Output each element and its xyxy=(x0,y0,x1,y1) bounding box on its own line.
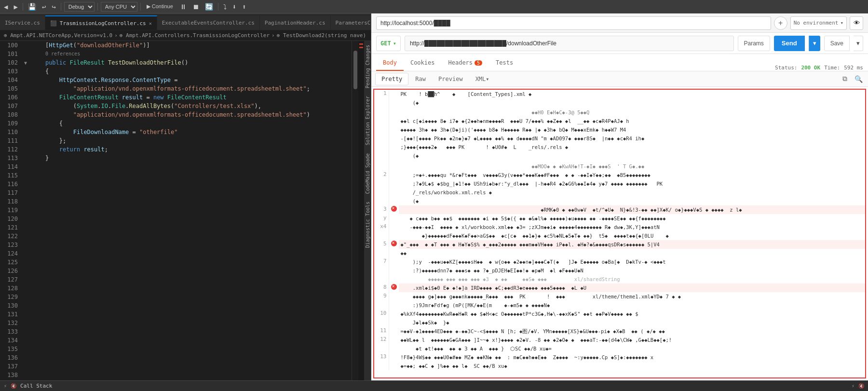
pm-time-value: 592 ms xyxy=(844,65,863,71)
pm-search-button[interactable]: 🔍 xyxy=(853,73,864,85)
toolbar-icon-step-out[interactable]: ⬆ xyxy=(240,2,248,12)
pm-tab-body-label: Body xyxy=(383,59,397,66)
pm-fmt-xml[interactable]: XML ▾ xyxy=(470,73,495,85)
continue-button[interactable]: ▶ Continue xyxy=(144,2,176,11)
pm-tab-headers[interactable]: Headers 5 xyxy=(441,55,489,71)
side-label-solution[interactable]: Solution Explorer xyxy=(364,92,371,149)
fold-icon-102[interactable]: ▼ xyxy=(24,60,27,66)
toolbar-icon-undo[interactable]: ↩ xyxy=(40,2,48,12)
pm-tab-headers-label: Headers xyxy=(448,59,473,66)
pm-eye-button[interactable]: 👁 xyxy=(850,16,863,30)
toolbar-icon-stop[interactable]: ⏹ xyxy=(190,2,201,12)
table-row: ◆t ◆t!◆◆◆ ◆◆ ◆ 3 ◆◆ A ◆◆◆ } ⬡SC ◆◆/B xu◆… xyxy=(374,344,865,353)
side-label-diagnostic[interactable]: Diagnostic Tools xyxy=(364,198,371,252)
pm-fmt-pretty[interactable]: Pretty xyxy=(375,73,408,85)
call-stack-label[interactable]: Call Stack xyxy=(20,383,52,389)
pm-env-chevron-icon: ▾ xyxy=(840,20,843,26)
table-row: 10 ◆%kXf4◆◆◆◆◆◆◆◆KwR◆◆H◆R ◆◆ $◆H<◆c O◆◆◆… xyxy=(374,310,865,318)
top-toolbar: ◀ ▶ 💾 ↩ ↪ Debug Any CPU ▶ Continue ⏸ ⏹ 🔄… xyxy=(0,0,868,13)
toolbar-icon-back[interactable]: ◀ xyxy=(2,2,10,12)
cpu-select[interactable]: Any CPU xyxy=(101,2,137,12)
pm-method-select[interactable]: GET ▾ xyxy=(376,36,401,51)
tab-label-parameters: ParametersController.cs xyxy=(336,20,371,26)
pm-save-button[interactable]: Save xyxy=(824,36,850,51)
pm-tab-cookies[interactable]: Cookies xyxy=(404,55,442,71)
table-row: 2 ;=◆+.◆◆◆◆qu *&r◆Ft◆◆◆ v◆◆◆◆G3y(v◆◆◆*◆◆… xyxy=(374,171,865,179)
breadcrumb-part2[interactable]: ⊕ Ampt.API.Controllers.TrasmissionLogCon… xyxy=(120,32,270,39)
tab-label-executable: ExecutableEventsController.cs xyxy=(162,20,255,26)
tab-icon-trasmission: ⬛ xyxy=(50,20,57,27)
toolbar-icon-restart[interactable]: 🔄 xyxy=(203,2,215,12)
tab-bar: IService.cs ⬛ TrasmissionLogController.c… xyxy=(0,13,371,30)
breadcrumb-part1[interactable]: ⊕ Ampt.API.NETCoreApp,Version=v1.0 xyxy=(4,32,112,39)
tab-pagination[interactable]: PaginationHeader.cs xyxy=(260,15,331,30)
tab-parameters[interactable]: ParametersController.cs xyxy=(331,15,371,30)
toolbar-icon-step-over[interactable]: ⤵ xyxy=(221,2,229,12)
pm-send-button[interactable]: Send xyxy=(774,36,805,51)
table-row: 5 ◆"_◆◆◆ ◆ ◆T ◆◆◆ ◆ H◆Y◆S$% ◆_◆◆◆2◆◆◆◆◆ … xyxy=(374,240,865,249)
table-row: x4 -◆◆◆-◆◆I ◆◆◆◆ ◆ xl/workbook.xml◆◆ ◆3=… xyxy=(374,223,865,231)
tab-trasmission[interactable]: ⬛ TrasmissionLogController.cs ✕ xyxy=(45,15,157,30)
pm-tab-tests[interactable]: Tests xyxy=(489,55,520,71)
pm-params-button[interactable]: Params xyxy=(738,36,770,51)
table-row: ◆◆ xyxy=(374,249,865,257)
table-row: ◆◆H0 E◆H◆C◆-3@ 5◆◆Q xyxy=(374,108,865,117)
pm-tab-body[interactable]: Body xyxy=(376,55,404,71)
toolbar-separator-4 xyxy=(140,3,141,11)
tab-iservice[interactable]: IService.cs xyxy=(0,15,45,30)
side-label-pending[interactable]: Pending Changes xyxy=(364,41,371,92)
breadcrumb-part3[interactable]: ⊕ TestDownload2(string nave) xyxy=(277,32,366,39)
bottom-icon-1: ⚡ xyxy=(4,383,7,389)
error-dot-8 xyxy=(391,284,397,290)
pm-format-toolbar-right: ⧉ 🔍 xyxy=(839,73,864,85)
pm-header: + No environment ▾ 👁 xyxy=(371,13,868,33)
toolbar-icon-save[interactable]: 💾 xyxy=(26,2,38,12)
toolbar-icon-step-in[interactable]: ⬇ xyxy=(231,2,238,12)
table-row: 13 !F8◆}4W$◆◆ ◆◆◆U0◆#◆◆ MZ◆ ◆◆KN◆ ◆◆ : m… xyxy=(374,353,865,362)
tab-label-pagination: PaginationHeader.cs xyxy=(265,20,326,26)
scrollbar-thumb[interactable] xyxy=(353,51,357,89)
breadcrumb-sep1: › xyxy=(114,32,118,39)
vertical-scrollbar[interactable] xyxy=(352,41,358,380)
pm-url-input[interactable] xyxy=(377,20,771,27)
table-row: (◆ xyxy=(374,197,865,205)
pm-fmt-xml-chevron-icon: ▾ xyxy=(486,76,489,82)
code-line-101-ref: 0 references xyxy=(29,50,352,58)
pm-save-dropdown-button[interactable]: ▾ xyxy=(854,36,863,51)
pm-response-area[interactable]: 1 PK ! b██h^ ◆ [Content_Types].xml ◆ (◆ xyxy=(371,87,868,380)
code-line-100: [HttpGet("downloadOtherFile")] xyxy=(29,41,352,50)
error-dot-3 xyxy=(391,206,397,212)
code-line-105: "application/vnd.openxmlformats-officedo… xyxy=(29,84,352,93)
tab-label-iservice: IService.cs xyxy=(5,20,40,26)
pm-env-select[interactable]: No environment ▾ xyxy=(790,16,847,30)
pm-copy-button[interactable]: ⧉ xyxy=(839,73,851,85)
toolbar-icon-fwd[interactable]: ▶ xyxy=(12,2,19,12)
code-line-108: "application/vnd.openxmlformats-officedo… xyxy=(29,110,352,119)
pm-request-url-input[interactable] xyxy=(405,36,734,51)
table-row: 7 );y -◆◆◆u◆◆KZ[◆◆◆◆sH◆◆ ◆ w{o◆◆ ◆2◆◆n◆]… xyxy=(374,257,865,266)
side-label-codemaid[interactable]: CodeMaid Spade xyxy=(364,149,371,198)
resp-line-num-blank xyxy=(374,98,389,107)
eye-icon: 👁 xyxy=(854,19,860,27)
table-row: 9 ◆◆◆◆ g◆]◆◆◆ g◆◆◆nk◆◆◆◆◆_R◆◆◆ ◆◆◆ PK ! … xyxy=(374,292,865,301)
code-content[interactable]: [HttpGet("downloadOtherFile")] 0 referen… xyxy=(29,41,352,380)
pm-fmt-raw[interactable]: Raw xyxy=(409,73,432,85)
code-line-102: public FileResult TestDownloadOtherFile(… xyxy=(29,58,352,67)
pm-add-tab-button[interactable]: + xyxy=(774,16,787,30)
table-row: 12 ◆◆WL◆◆ l ◆◆◆◆◆◆G◆GA◆◆◆ ]I~~◆ x!}◆◆◆◆ … xyxy=(374,336,865,344)
pm-tab-cookies-label: Cookies xyxy=(410,59,435,66)
debug-select[interactable]: Debug xyxy=(64,2,95,12)
resp-error-1 xyxy=(389,90,399,98)
pm-fmt-preview[interactable]: Preview xyxy=(433,73,469,85)
toolbar-icon-redo[interactable]: ↪ xyxy=(50,2,57,12)
pm-time-label: Time: xyxy=(824,65,840,71)
pm-env-label: No environment xyxy=(794,20,839,26)
toolbar-separator-1 xyxy=(23,3,23,11)
tab-executable[interactable]: ExecutableEventsController.cs xyxy=(157,15,260,30)
table-row: :?)◆◆◆◆◆dnn7◆ ◆◆◆s◆ ◆◆ ?◆_pDJEH◆EI◆◆!◆ ◆… xyxy=(374,266,865,275)
tab-close-trasmission[interactable]: ✕ xyxy=(149,21,152,26)
table-row: ◆}◆◆◆◆◆◆dF◆◆◆K◆F◆◆>aG$◆◆ ◆c[c◆ ◆◆1◆}◆ ◆c… xyxy=(374,231,865,240)
error-dot-5 xyxy=(391,241,397,246)
toolbar-icon-pause[interactable]: ⏸ xyxy=(178,2,189,12)
pm-send-dropdown-button[interactable]: ▾ xyxy=(809,36,820,51)
